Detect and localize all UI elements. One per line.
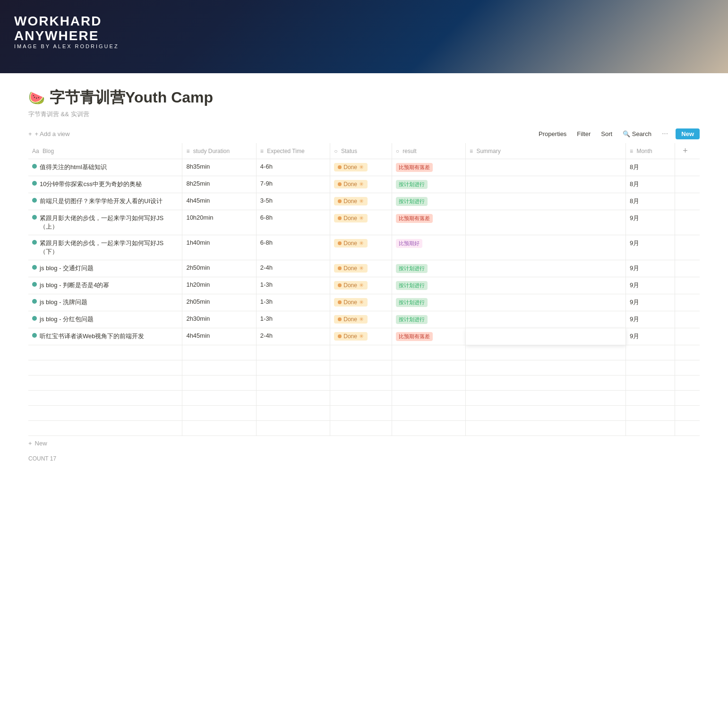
cell-expected-time: 2-4h — [256, 260, 330, 277]
table-row[interactable]: 紧跟月影大佬的步伐，一起来学习如何写好JS（下）1h40min6-8hDone … — [28, 235, 700, 260]
hero-sub: IMAGE BY ALEX RODRIGUEZ — [14, 43, 119, 49]
result-badge: 按计划进行 — [396, 298, 428, 307]
col-icon-study: ≡ — [186, 148, 189, 154]
cell-add — [675, 277, 700, 294]
cell-blog[interactable]: js blog - 洗牌问题 — [28, 294, 182, 311]
col-header-blog[interactable]: Aa Blog — [28, 143, 182, 159]
table-row[interactable]: 值得关注的html基础知识8h35min4-6hDone ✳比预期有落差8月 — [28, 159, 700, 176]
result-badge: 按计划进行 — [396, 281, 428, 290]
status-badge: Done ✳ — [334, 239, 368, 248]
cell-month: 9月 — [626, 210, 675, 235]
status-badge: Done ✳ — [334, 180, 368, 188]
status-badge: Done ✳ — [334, 281, 368, 290]
blog-dot — [32, 198, 37, 203]
cell-expected-time: 1-3h — [256, 311, 330, 328]
cell-summary[interactable] — [466, 277, 626, 294]
result-badge: 比预期好 — [396, 239, 422, 248]
cell-expected-time: 6-8h — [256, 235, 330, 260]
cell-blog[interactable]: js blog - 判断是否是4的幂 — [28, 277, 182, 294]
status-badge: Done ✳ — [334, 298, 368, 307]
cell-blog[interactable]: 前端只是切图仔？来学学给开发人看的UI设计 — [28, 193, 182, 210]
cell-add — [675, 294, 700, 311]
cell-blog[interactable]: 紧跟月影大佬的步伐，一起来学习如何写好JS（上） — [28, 210, 182, 235]
col-label-status: Status — [341, 148, 357, 154]
table-row[interactable]: 听红宝书译者谈Web视角下的前端开发4h45min2-4hDone ✳比预期有落… — [28, 328, 700, 345]
cell-study-duration: 4h45min — [182, 193, 256, 210]
cell-blog[interactable]: 紧跟月影大佬的步伐，一起来学习如何写好JS（下） — [28, 235, 182, 260]
cell-result: 比预期有落差 — [392, 210, 465, 235]
filter-button[interactable]: Filter — [574, 129, 593, 139]
cell-add — [675, 328, 700, 345]
cell-summary[interactable] — [466, 328, 626, 345]
col-icon-month: ≡ — [630, 148, 633, 154]
cell-add — [675, 311, 700, 328]
status-dot — [338, 182, 342, 186]
cell-summary[interactable] — [466, 294, 626, 311]
cell-study-duration: 2h50min — [182, 260, 256, 277]
cell-summary[interactable] — [466, 210, 626, 235]
col-header-expected[interactable]: ≡ Expected Time — [256, 143, 330, 159]
properties-button[interactable]: Properties — [536, 129, 569, 139]
blog-dot — [32, 181, 37, 186]
table-row[interactable]: 紧跟月影大佬的步伐，一起来学习如何写好JS（上）10h20min6-8hDone… — [28, 210, 700, 235]
cell-summary[interactable] — [466, 311, 626, 328]
cell-expected-time: 4-6h — [256, 159, 330, 176]
col-header-summary[interactable]: ≡ Summary — [466, 143, 626, 159]
cell-summary[interactable] — [466, 235, 626, 260]
search-button[interactable]: 🔍 Search — [620, 129, 654, 139]
cell-status: Done ✳ — [330, 159, 392, 176]
cell-month: 8月 — [626, 193, 675, 210]
cell-add — [675, 235, 700, 260]
cell-blog[interactable]: 值得关注的html基础知识 — [28, 159, 182, 176]
status-dot — [338, 241, 342, 245]
blog-dot — [32, 215, 37, 220]
cell-blog[interactable]: js blog - 分红包问题 — [28, 311, 182, 328]
cell-summary[interactable] — [466, 159, 626, 176]
col-header-result[interactable]: ○ result — [392, 143, 465, 159]
cell-summary[interactable] — [466, 260, 626, 277]
cell-blog[interactable]: 听红宝书译者谈Web视角下的前端开发 — [28, 328, 182, 345]
result-badge: 比预期有落差 — [396, 214, 433, 223]
more-options-button[interactable]: ··· — [659, 128, 671, 139]
cell-study-duration: 2h30min — [182, 311, 256, 328]
result-badge: 按计划进行 — [396, 180, 428, 189]
col-header-add[interactable]: + — [675, 143, 700, 159]
table-row[interactable]: js blog - 判断是否是4的幂1h20min1-3hDone ✳按计划进行… — [28, 277, 700, 294]
hero-text: WORKHARD ANYWHERE IMAGE BY ALEX RODRIGUE… — [14, 14, 119, 49]
cell-summary[interactable] — [466, 176, 626, 193]
cell-blog[interactable]: 10分钟带你探索css中更为奇妙的奥秘 — [28, 176, 182, 193]
status-badge: Done ✳ — [334, 197, 368, 205]
add-row-button[interactable]: + New — [28, 436, 700, 451]
blog-title: 前端只是切图仔？来学学给开发人看的UI设计 — [40, 197, 163, 205]
cell-blog[interactable]: js blog - 交通灯问题 — [28, 260, 182, 277]
table-body: 值得关注的html基础知识8h35min4-6hDone ✳比预期有落差8月10… — [28, 159, 700, 436]
new-button[interactable]: New — [676, 128, 700, 139]
cell-summary[interactable] — [466, 193, 626, 210]
col-icon-result: ○ — [396, 148, 399, 154]
add-view-button[interactable]: + + Add a view — [28, 130, 70, 137]
cell-month: 9月 — [626, 260, 675, 277]
table-row[interactable]: js blog - 交通灯问题2h50min2-4hDone ✳按计划进行9月 — [28, 260, 700, 277]
table-row[interactable]: js blog - 分红包问题2h30min1-3hDone ✳按计划进行9月 — [28, 311, 700, 328]
add-column-button[interactable]: + — [679, 146, 692, 155]
blog-title: 值得关注的html基础知识 — [40, 163, 107, 171]
cell-month: 8月 — [626, 176, 675, 193]
table-row[interactable]: js blog - 洗牌问题2h05min1-3hDone ✳按计划进行9月 — [28, 294, 700, 311]
cell-expected-time: 2-4h — [256, 328, 330, 345]
table-row[interactable]: 前端只是切图仔？来学学给开发人看的UI设计4h45min3-5hDone ✳按计… — [28, 193, 700, 210]
hero-line1: WORKHARD — [14, 14, 102, 28]
status-dot — [338, 300, 342, 304]
table-row[interactable]: 10分钟带你探索css中更为奇妙的奥秘8h25min7-9hDone ✳按计划进… — [28, 176, 700, 193]
col-label-summary: Summary — [476, 148, 500, 154]
cell-study-duration: 2h05min — [182, 294, 256, 311]
col-header-month[interactable]: ≡ Month — [626, 143, 675, 159]
status-dot — [338, 266, 342, 270]
cell-result: 按计划进行 — [392, 260, 465, 277]
cell-add — [675, 210, 700, 235]
sort-button[interactable]: Sort — [598, 129, 615, 139]
col-header-status[interactable]: ○ Status — [330, 143, 392, 159]
col-header-study[interactable]: ≡ study Duration — [182, 143, 256, 159]
cell-status: Done ✳ — [330, 328, 392, 345]
cell-expected-time: 1-3h — [256, 294, 330, 311]
cell-result: 比预期有落差 — [392, 159, 465, 176]
